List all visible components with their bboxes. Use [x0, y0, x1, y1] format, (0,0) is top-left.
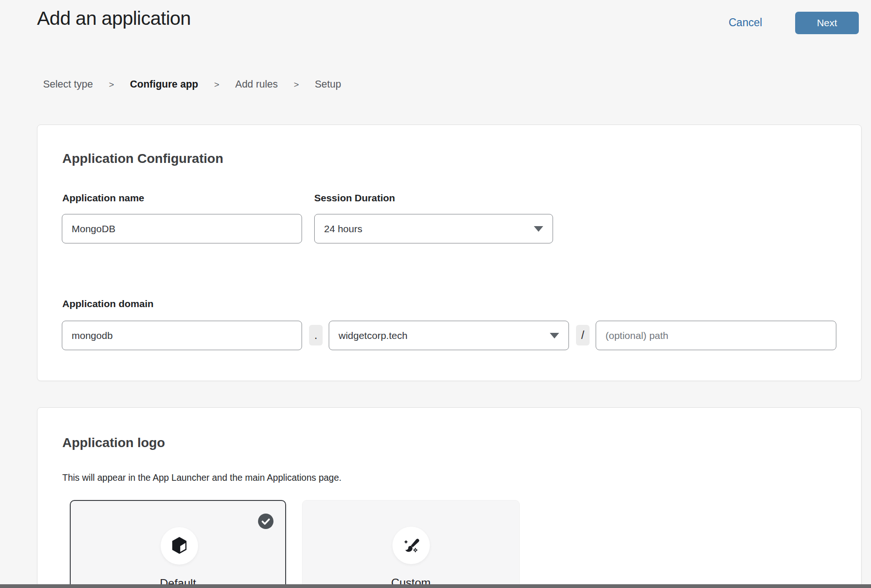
application-logo-description: This will appear in the App Launcher and…	[62, 472, 341, 483]
domain-select-value: widgetcorp.tech	[339, 330, 407, 341]
dot-separator: .	[309, 325, 323, 345]
default-logo-tile[interactable]: Default	[70, 500, 286, 588]
next-button[interactable]: Next	[795, 12, 859, 34]
custom-logo-tile[interactable]: Custom	[302, 500, 520, 588]
breadcrumb: Select type > Configure app > Add rules …	[43, 79, 341, 90]
application-configuration-card: Application Configuration Application na…	[37, 125, 862, 381]
caret-down-icon	[550, 333, 559, 338]
cancel-button[interactable]: Cancel	[729, 16, 762, 29]
application-domain-label: Application domain	[62, 298, 154, 309]
paintbrush-icon	[401, 536, 421, 555]
caret-down-icon	[534, 226, 543, 232]
path-input[interactable]	[596, 321, 836, 350]
custom-logo-circle	[392, 527, 430, 564]
slash-separator: /	[576, 325, 590, 345]
breadcrumb-separator: >	[214, 80, 219, 90]
breadcrumb-step-configure-app[interactable]: Configure app	[130, 79, 198, 90]
default-logo-circle	[161, 527, 198, 565]
session-duration-select[interactable]: 24 hours	[314, 214, 553, 243]
breadcrumb-step-add-rules[interactable]: Add rules	[235, 79, 278, 90]
breadcrumb-step-select-type[interactable]: Select type	[43, 79, 93, 90]
application-logo-card: Application logo This will appear in the…	[37, 407, 862, 588]
screen-bottom-edge	[0, 584, 871, 588]
domain-select[interactable]: widgetcorp.tech	[329, 321, 569, 350]
breadcrumb-separator: >	[294, 80, 299, 90]
breadcrumb-step-setup[interactable]: Setup	[315, 79, 341, 90]
application-configuration-heading: Application Configuration	[62, 151, 223, 166]
add-application-page: { "header": { "title": "Add an applicati…	[0, 0, 871, 588]
cube-icon	[170, 536, 188, 556]
subdomain-input[interactable]	[62, 321, 302, 350]
checkmark-icon	[258, 514, 273, 529]
page-title: Add an application	[37, 7, 191, 29]
application-name-input[interactable]	[62, 214, 302, 243]
breadcrumb-separator: >	[109, 80, 114, 90]
session-duration-value: 24 hours	[324, 223, 362, 235]
application-name-label: Application name	[62, 192, 144, 204]
application-logo-heading: Application logo	[62, 435, 165, 450]
session-duration-label: Session Duration	[314, 192, 395, 204]
